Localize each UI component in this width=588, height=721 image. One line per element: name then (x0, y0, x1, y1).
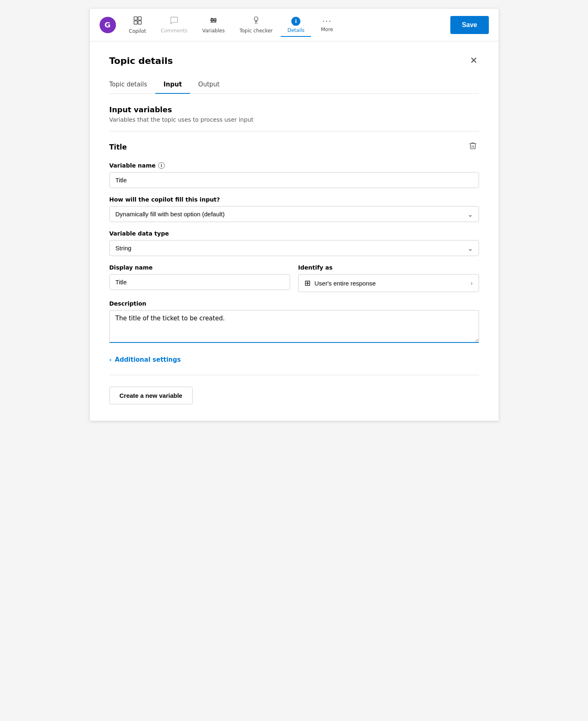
top-nav: G Copilot (90, 9, 499, 41)
data-type-field: Variable data type String Number Boolean… (109, 230, 479, 256)
variables-icon: {x} (209, 16, 218, 26)
identify-as-chevron-icon: › (471, 280, 473, 286)
nav-item-copilot[interactable]: Copilot (123, 12, 153, 37)
nav-item-more[interactable]: ··· More (313, 14, 341, 36)
gift-icon: ⊞ (304, 279, 311, 288)
svg-rect-1 (138, 17, 141, 20)
additional-settings-chevron-icon: › (109, 356, 112, 363)
topic-checker-icon (252, 16, 261, 26)
description-label: Description (109, 300, 479, 307)
nav-item-comments[interactable]: Comments (154, 13, 194, 37)
tab-input[interactable]: Input (155, 77, 190, 94)
svg-rect-2 (134, 21, 137, 24)
display-identify-row: Display name Identify as ⊞ User's entire… (109, 264, 479, 292)
copilot-fill-label: How will the copilot fill this input? (109, 196, 479, 203)
details-icon: i (291, 17, 300, 26)
variable-name-info-icon[interactable]: i (158, 162, 165, 169)
identify-as-field: Identify as ⊞ User's entire response › (298, 264, 479, 292)
delete-variable-button[interactable] (467, 140, 479, 154)
panel-title: Topic details (109, 56, 173, 66)
input-variables-section: Input variables Variables that the topic… (109, 105, 479, 123)
more-icon: ··· (322, 18, 332, 25)
create-variable-button[interactable]: Create a new variable (109, 387, 193, 404)
avatar[interactable]: G (100, 17, 116, 33)
variable-name-input[interactable] (109, 172, 479, 188)
bottom-divider (109, 375, 479, 375)
description-field: Description The title of the ticket to b… (109, 300, 479, 345)
variable-name-label: Variable name i (109, 162, 479, 169)
description-textarea[interactable]: The title of the ticket to be created. (109, 310, 479, 343)
nav-item-topic-checker[interactable]: Topic checker (233, 13, 279, 37)
identify-as-button[interactable]: ⊞ User's entire response › (298, 274, 479, 292)
tab-output[interactable]: Output (190, 77, 228, 94)
data-type-label: Variable data type (109, 230, 479, 237)
section-title: Input variables (109, 105, 479, 114)
copilot-fill-field: How will the copilot fill this input? Dy… (109, 196, 479, 222)
variable-card-title: Title (109, 143, 127, 151)
app-container: G Copilot (89, 8, 499, 421)
nav-item-variables[interactable]: {x} Variables (196, 13, 232, 37)
data-type-select[interactable]: String Number Boolean Date (109, 240, 479, 256)
copilot-icon (133, 16, 143, 27)
nav-items: Copilot Comments {x} (123, 12, 447, 37)
tabs: Topic details Input Output (109, 77, 479, 94)
section-divider (109, 131, 479, 132)
nav-item-details-label: Details (287, 27, 304, 33)
nav-item-comments-label: Comments (161, 28, 188, 34)
svg-rect-3 (138, 21, 141, 24)
variable-name-field: Variable name i (109, 162, 479, 188)
svg-text:{x}: {x} (210, 18, 217, 22)
section-description: Variables that the topic uses to process… (109, 116, 479, 123)
display-name-input[interactable] (109, 274, 290, 290)
nav-item-more-label: More (321, 27, 333, 32)
display-name-label: Display name (109, 264, 290, 271)
tab-topic-details[interactable]: Topic details (109, 77, 155, 94)
comments-icon (170, 16, 179, 26)
identify-as-value: User's entire response (315, 280, 376, 287)
copilot-fill-select-wrapper: Dynamically fill with best option (defau… (109, 206, 479, 222)
svg-rect-0 (134, 17, 137, 20)
nav-item-copilot-label: Copilot (129, 28, 146, 34)
additional-settings-toggle[interactable]: › Additional settings (109, 353, 479, 367)
close-button[interactable]: ✕ (468, 54, 479, 67)
panel: Topic details ✕ Topic details Input Outp… (90, 41, 499, 421)
data-type-select-wrapper: String Number Boolean Date ⌄ (109, 240, 479, 256)
identify-as-label: Identify as (298, 264, 479, 271)
additional-settings-label: Additional settings (115, 356, 181, 363)
display-name-field: Display name (109, 264, 290, 290)
nav-item-topic-checker-label: Topic checker (239, 28, 272, 34)
copilot-fill-select[interactable]: Dynamically fill with best option (defau… (109, 206, 479, 222)
save-button[interactable]: Save (450, 16, 488, 34)
nav-item-details[interactable]: i Details (281, 14, 311, 36)
panel-header: Topic details ✕ (109, 54, 479, 67)
variable-card: Title Variable name i (109, 140, 479, 345)
nav-item-variables-label: Variables (202, 28, 225, 34)
variable-card-header: Title (109, 140, 479, 154)
